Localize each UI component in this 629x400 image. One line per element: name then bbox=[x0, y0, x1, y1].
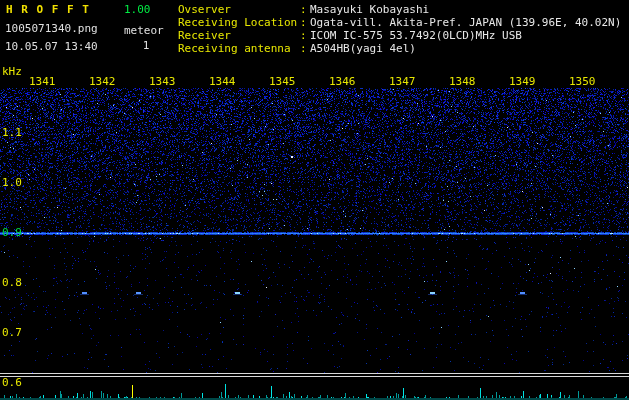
time-tick-label: 1345 bbox=[269, 76, 295, 88]
time-tick-label: 1343 bbox=[149, 76, 175, 88]
time-tick-label: 1344 bbox=[209, 76, 235, 88]
time-tick-label: 1341 bbox=[29, 76, 55, 88]
station-field-label: Receiving antenna bbox=[178, 43, 300, 56]
station-field-value: A504HB(yagi 4el) bbox=[310, 43, 416, 56]
time-tick-label: 1342 bbox=[89, 76, 115, 88]
capture-timestamp: 10.05.07 13:40 bbox=[5, 41, 98, 53]
freq-axis-unit: kHz bbox=[2, 66, 22, 78]
time-tick-label: 1349 bbox=[509, 76, 535, 88]
app-title: H R O F F T bbox=[6, 4, 90, 16]
freq-tick-label-carrier: 0.9 bbox=[2, 227, 22, 239]
meteor-counter-value: 1 bbox=[124, 40, 168, 52]
station-field-separator: : bbox=[300, 43, 310, 56]
freq-tick-label: 1.1 bbox=[2, 127, 22, 139]
freq-tick-label: 1.0 bbox=[2, 177, 22, 189]
meteor-counter-label: meteor bbox=[124, 25, 164, 37]
freq-tick-label: 0.7 bbox=[2, 327, 22, 339]
time-tick-label: 1350 bbox=[569, 76, 595, 88]
station-info: Ovserver : Masayuki Kobayashi Receiving … bbox=[178, 4, 621, 56]
station-info-row: Receiving antenna : A504HB(yagi 4el) bbox=[178, 43, 621, 56]
hrofft-output: H R O F F T 1.00 1005071340.png meteor 1… bbox=[0, 0, 629, 400]
freq-tick-label: 0.8 bbox=[2, 277, 22, 289]
freq-tick-label: 0.6 bbox=[2, 377, 22, 389]
output-filename: 1005071340.png bbox=[5, 23, 98, 35]
app-version: 1.00 bbox=[124, 4, 151, 16]
time-tick-label: 1348 bbox=[449, 76, 475, 88]
spectrogram-canvas bbox=[0, 0, 629, 400]
time-tick-label: 1346 bbox=[329, 76, 355, 88]
time-tick-label: 1347 bbox=[389, 76, 415, 88]
